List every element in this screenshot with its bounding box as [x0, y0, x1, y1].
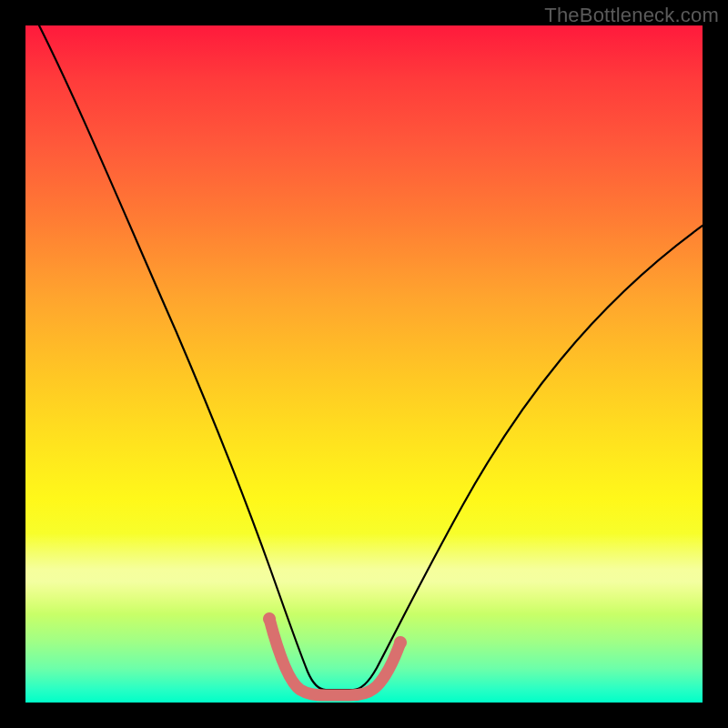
- highlight-dot-right: [394, 636, 407, 649]
- highlight-band: [25, 533, 703, 614]
- chart-frame: TheBottleneck.com: [0, 0, 728, 728]
- plot-area: [25, 25, 703, 703]
- watermark-text: TheBottleneck.com: [544, 4, 719, 27]
- curve-layer: [25, 25, 703, 703]
- valley-highlight: [269, 619, 400, 695]
- bottleneck-curve: [39, 25, 703, 690]
- highlight-dot-left: [263, 612, 276, 625]
